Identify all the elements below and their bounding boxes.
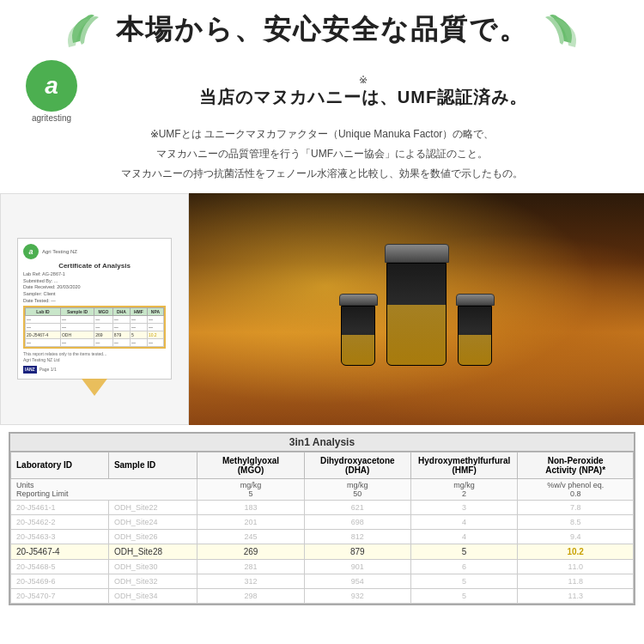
umf-description-line1: ※UMFとは ユニークマヌカファクター（Unique Manuka Factor… xyxy=(150,126,495,143)
table-row-npa: 8.5 xyxy=(518,514,634,529)
umf-top-row: a agritesting ※ 当店のマヌカハニーは、UMF認証済み。 xyxy=(17,60,627,123)
umf-description-line2: マヌカハニーの品質管理を行う「UMFハニー協会」による認証のこと。 xyxy=(156,146,488,162)
table-row-lab: 20-J5462-2 xyxy=(11,514,109,529)
dha-units: mg/kg 50 xyxy=(304,478,410,500)
units-label: Units xyxy=(16,481,34,489)
leaf-left-icon xyxy=(64,9,116,52)
table-row-hmf: 3 xyxy=(410,500,518,514)
table-row-sample: ODH_Site32 xyxy=(108,574,197,588)
table-row-dha: 901 xyxy=(304,559,410,574)
table-row-sample: ODH_Site28 xyxy=(108,544,197,559)
table-row-dha: 698 xyxy=(304,514,410,529)
cert-data-table: Lab ID Sample ID MGO DHA HMF NPA —————— … xyxy=(25,307,164,347)
table-row-npa: 11.0 xyxy=(518,559,634,574)
cert-ianz-row: IANZ Page 1/1 xyxy=(23,366,166,374)
table-row-dha: 879 xyxy=(304,544,410,559)
table-row-lab: 20-J5468-5 xyxy=(11,559,109,574)
umf-section: a agritesting ※ 当店のマヌカハニーは、UMF認証済み。 ※UMF… xyxy=(0,57,644,190)
analysis-tbody: 20-J5461-1 ODH_Site22 183 621 3 7.8 20-J… xyxy=(11,500,634,603)
cert-info: Lab Ref: AG-2867-1 Submitted By: ... Dat… xyxy=(23,271,166,304)
table-row-lab: 20-J5463-3 xyxy=(11,529,109,544)
table-row-hmf: 5 xyxy=(410,588,518,603)
ianz-badge: IANZ xyxy=(23,366,37,374)
cert-company: Agri Testing NZ xyxy=(42,249,77,254)
table-row-lab: 20-J5461-1 xyxy=(11,500,109,514)
table-row-hmf: 5 xyxy=(410,574,518,588)
leaf-right-icon xyxy=(528,9,580,52)
hmf-units: mg/kg 2 xyxy=(410,478,518,500)
agritesting-logo: a xyxy=(26,60,77,112)
jar-lid-small xyxy=(339,294,378,306)
jar-honey-large xyxy=(387,305,446,365)
certificate-area: a Agri Testing NZ Certificate of Analysi… xyxy=(0,193,189,425)
honey-photo xyxy=(189,193,644,425)
table-row-hmf: 6 xyxy=(410,559,518,574)
jar-honey-small-2 xyxy=(459,335,491,365)
col-header-dha: Dihydroxyacetone(DHA) xyxy=(304,452,410,478)
col-header-npa: Non-PeroxideActivity (NPA)* xyxy=(518,452,634,478)
jar-honey-small xyxy=(342,335,374,365)
cert-page: Page 1/1 xyxy=(39,367,57,373)
logo-sub-text: agritesting xyxy=(32,113,71,123)
certificate-document: a Agri Testing NZ Certificate of Analysi… xyxy=(17,238,172,380)
analysis-table-wrapper: 3in1 Analysis Laboratory ID Sample ID Me… xyxy=(9,432,635,605)
jar-body-small-2 xyxy=(458,306,492,366)
jar-body-large xyxy=(386,263,447,366)
col-header-hmf: Hydroxymethylfurfural(HMF) xyxy=(410,452,518,478)
jar-lid-small-2 xyxy=(456,294,495,306)
cert-footer: This report relates only to the items te… xyxy=(23,351,166,374)
table-row-mgo: 281 xyxy=(197,559,304,574)
honey-jar-small xyxy=(339,294,378,366)
analysis-title: 3in1 Analysis xyxy=(10,434,634,452)
units-reporting-labels: Units Reporting Limit xyxy=(11,478,197,500)
mgo-units: mg/kg 5 xyxy=(197,478,304,500)
col-header-lab-id: Laboratory ID xyxy=(11,452,109,478)
analysis-data-table: Laboratory ID Sample ID Methylglyoxal(MG… xyxy=(10,452,634,604)
table-row-dha: 954 xyxy=(304,574,410,588)
table-row-npa: 11.8 xyxy=(518,574,634,588)
table-row-sample: ODH_Site22 xyxy=(108,500,197,514)
yellow-arrow-icon xyxy=(82,379,107,396)
umf-title-area: ※ 当店のマヌカハニーは、UMF認証済み。 xyxy=(100,74,627,109)
umf-description-line3: マヌカハニーの持つ抗菌活性をフェノール水溶液と比較し、効果を数値で示したもの。 xyxy=(121,166,523,182)
jar-group xyxy=(339,244,495,374)
table-row-mgo: 269 xyxy=(197,544,304,559)
col-header-mgo: Methylglyoxal(MGO) xyxy=(197,452,304,478)
reporting-limit-label: Reporting Limit xyxy=(16,489,69,498)
table-row-mgo: 201 xyxy=(197,514,304,529)
col-header-sample-id: Sample ID xyxy=(108,452,197,478)
table-row-sample: ODH_Site26 xyxy=(108,529,197,544)
table-row-lab: 20-J5467-4 xyxy=(11,544,109,559)
cert-title: Certificate of Analysis xyxy=(23,262,166,270)
logo-area: a agritesting xyxy=(17,60,86,123)
jar-lid-large xyxy=(385,244,449,263)
table-row-npa: 9.4 xyxy=(518,529,634,544)
table-row-hmf: 4 xyxy=(410,514,518,529)
table-row-hmf: 5 xyxy=(410,544,518,559)
umf-title: 当店のマヌカハニーは、UMF認証済み。 xyxy=(199,88,527,106)
honey-photo-inner xyxy=(189,193,644,425)
npa-units: %w/v phenol eq. 0.8 xyxy=(518,478,634,500)
table-row-npa: 11.3 xyxy=(518,588,634,603)
table-row-sample: ODH_Site34 xyxy=(108,588,197,603)
table-row-dha: 621 xyxy=(304,500,410,514)
table-row-mgo: 312 xyxy=(197,574,304,588)
honey-jar-small-2 xyxy=(456,294,495,366)
table-row-npa: 10.2 xyxy=(518,544,634,559)
table-row-mgo: 245 xyxy=(197,529,304,544)
page-header: 本場から、安心安全な品質で。 xyxy=(0,0,644,57)
page-title: 本場から、安心安全な品質で。 xyxy=(116,11,528,49)
table-row-lab: 20-J5470-7 xyxy=(11,588,109,603)
table-row-mgo: 298 xyxy=(197,588,304,603)
table-row-mgo: 183 xyxy=(197,500,304,514)
units-row: Units Reporting Limit mg/kg 5 mg/kg 50 m… xyxy=(11,478,634,500)
main-content-area: a Agri Testing NZ Certificate of Analysi… xyxy=(0,193,644,425)
table-row-dha: 812 xyxy=(304,529,410,544)
table-row-hmf: 4 xyxy=(410,529,518,544)
cert-logo: a xyxy=(23,244,39,259)
table-row-dha: 932 xyxy=(304,588,410,603)
honey-jar-large xyxy=(385,244,449,366)
table-row-sample: ODH_Site24 xyxy=(108,514,197,529)
umf-asterisk: ※ xyxy=(100,74,627,86)
svg-marker-0 xyxy=(82,379,107,396)
